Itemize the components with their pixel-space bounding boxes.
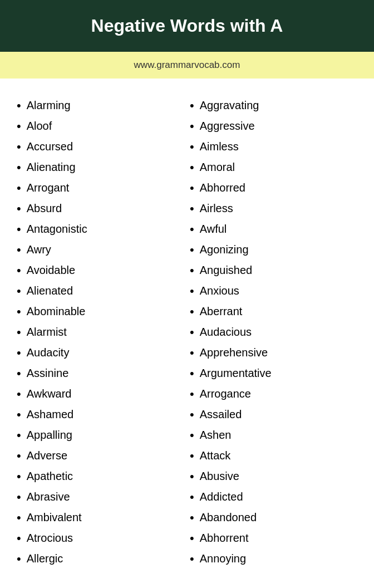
list-item: Apathetic bbox=[17, 466, 179, 487]
list-item: Abandoned bbox=[190, 507, 352, 528]
left-word-list: AlarmingAloofAccursedAlienatingArrogantA… bbox=[17, 95, 179, 569]
list-item: Ashamed bbox=[17, 404, 179, 425]
list-item: Audacity bbox=[17, 342, 179, 363]
left-column: AlarmingAloofAccursedAlienatingArrogantA… bbox=[11, 95, 184, 569]
list-item: Attack bbox=[190, 445, 352, 466]
list-item: Antagonistic bbox=[17, 219, 179, 239]
list-item: Avoidable bbox=[17, 260, 179, 281]
list-item: Aloof bbox=[17, 116, 179, 136]
list-item: Audacious bbox=[190, 322, 352, 342]
list-item: Arrogance bbox=[190, 384, 352, 404]
list-item: Accursed bbox=[17, 136, 179, 157]
list-item: Abhorrent bbox=[190, 528, 352, 548]
list-item: Alienating bbox=[17, 157, 179, 178]
list-item: Ambivalent bbox=[17, 507, 179, 528]
list-item: Alarmist bbox=[17, 322, 179, 342]
list-item: Aimless bbox=[190, 136, 352, 157]
list-item: Appalling bbox=[17, 425, 179, 445]
list-item: Amoral bbox=[190, 157, 352, 178]
right-word-list: AggravatingAggressiveAimlessAmoralAbhorr… bbox=[190, 95, 352, 569]
list-item: Apprehensive bbox=[190, 342, 352, 363]
list-item: Aberrant bbox=[190, 301, 352, 322]
list-item: Annoying bbox=[190, 548, 352, 569]
list-item: Addicted bbox=[190, 487, 352, 507]
list-item: Absurd bbox=[17, 198, 179, 219]
list-item: Awful bbox=[190, 219, 352, 239]
page-title: Negative Words with A bbox=[11, 16, 363, 36]
list-item: Abhorred bbox=[190, 178, 352, 198]
website-url: www.grammarvocab.com bbox=[134, 60, 240, 70]
list-item: Agonizing bbox=[190, 239, 352, 260]
list-item: Assinine bbox=[17, 363, 179, 384]
content: AlarmingAloofAccursedAlienatingArrogantA… bbox=[0, 79, 374, 586]
header: Negative Words with A bbox=[0, 0, 374, 52]
list-item: Abusive bbox=[190, 466, 352, 487]
list-item: Awkward bbox=[17, 384, 179, 404]
list-item: Abominable bbox=[17, 301, 179, 322]
list-item: Airless bbox=[190, 198, 352, 219]
list-item: Ashen bbox=[190, 425, 352, 445]
list-item: Assailed bbox=[190, 404, 352, 425]
website-banner: www.grammarvocab.com bbox=[0, 52, 374, 79]
list-item: Alarming bbox=[17, 95, 179, 116]
list-item: Abrasive bbox=[17, 487, 179, 507]
list-item: Awry bbox=[17, 239, 179, 260]
list-item: Aggravating bbox=[190, 95, 352, 116]
columns-container: AlarmingAloofAccursedAlienatingArrogantA… bbox=[11, 95, 357, 569]
list-item: Arrogant bbox=[17, 178, 179, 198]
list-item: Allergic bbox=[17, 548, 179, 569]
list-item: Anguished bbox=[190, 260, 352, 281]
list-item: Aggressive bbox=[190, 116, 352, 136]
list-item: Adverse bbox=[17, 445, 179, 466]
list-item: Argumentative bbox=[190, 363, 352, 384]
right-column: AggravatingAggressiveAimlessAmoralAbhorr… bbox=[184, 95, 357, 569]
list-item: Anxious bbox=[190, 281, 352, 301]
list-item: Alienated bbox=[17, 281, 179, 301]
list-item: Atrocious bbox=[17, 528, 179, 548]
